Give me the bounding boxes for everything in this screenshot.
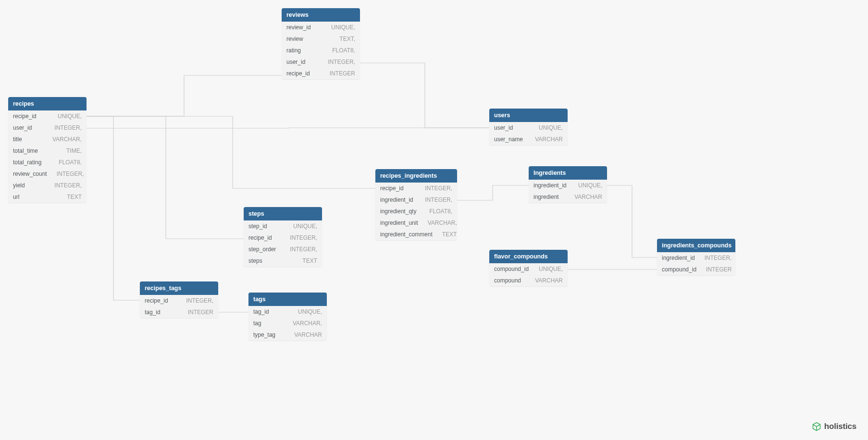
table-row[interactable]: tagVARCHAR,	[248, 318, 327, 329]
table-header[interactable]: recipes_ingredients	[375, 169, 457, 183]
field-type: UNIQUE,	[539, 266, 563, 272]
table-row[interactable]: titleVARCHAR,	[8, 134, 87, 145]
table-row[interactable]: ingredient_unitVARCHAR,	[375, 217, 457, 229]
table-row[interactable]: ingredient_idINTEGER,	[375, 194, 457, 206]
table-row[interactable]: step_orderINTEGER,	[244, 244, 322, 255]
table-steps[interactable]: steps step_idUNIQUE, recipe_idINTEGER, s…	[244, 207, 322, 267]
field-name: title	[13, 136, 22, 143]
field-name: review_id	[286, 24, 311, 31]
field-name: compound_id	[662, 266, 696, 273]
field-name: tag	[253, 320, 261, 327]
table-flavor-compounds[interactable]: flavor_compounds compound_idUNIQUE, comp…	[489, 250, 568, 286]
table-row[interactable]: user_idINTEGER,	[8, 122, 87, 134]
table-row[interactable]: review_idUNIQUE,	[282, 22, 360, 33]
field-type: INTEGER	[330, 70, 355, 77]
table-row[interactable]: recipe_idINTEGER,	[244, 232, 322, 244]
table-row[interactable]: yieldINTEGER,	[8, 180, 87, 191]
field-type: VARCHAR	[535, 277, 563, 284]
field-name: total_rating	[13, 159, 41, 166]
table-row[interactable]: stepsTEXT	[244, 255, 322, 267]
table-row[interactable]: compound_idINTEGER	[657, 264, 735, 275]
table-row[interactable]: recipe_idINTEGER,	[375, 183, 457, 194]
table-row[interactable]: total_timeTIME,	[8, 145, 87, 157]
table-row[interactable]: total_ratingFLOAT8,	[8, 157, 87, 168]
table-header[interactable]: reviews	[282, 8, 360, 22]
table-row[interactable]: user_nameVARCHAR	[489, 134, 568, 145]
field-type: INTEGER	[188, 309, 213, 316]
field-name: total_time	[13, 147, 38, 154]
field-name: recipe_id	[380, 185, 404, 192]
table-row[interactable]: tag_idINTEGER	[140, 306, 218, 318]
table-row[interactable]: ingredient_idUNIQUE,	[529, 180, 607, 191]
field-name: compound_id	[494, 266, 529, 272]
table-header[interactable]: tags	[248, 293, 327, 306]
field-type: INTEGER,	[328, 59, 355, 65]
table-users[interactable]: users user_idUNIQUE, user_nameVARCHAR	[489, 109, 568, 145]
table-row[interactable]: reviewTEXT,	[282, 33, 360, 45]
field-name: yield	[13, 182, 25, 189]
table-row[interactable]: ratingFLOAT8,	[282, 45, 360, 56]
table-header[interactable]: recipes_tags	[140, 281, 218, 295]
field-name: rating	[286, 47, 301, 54]
field-type: VARCHAR	[294, 331, 322, 338]
table-row[interactable]: recipe_idINTEGER,	[140, 295, 218, 306]
field-name: user_id	[286, 59, 305, 65]
field-type: INTEGER,	[54, 182, 82, 189]
table-row[interactable]: ingredient_idINTEGER,	[657, 252, 735, 264]
field-name: type_tag	[253, 331, 275, 338]
field-name: tag_id	[145, 309, 161, 316]
table-header[interactable]: steps	[244, 207, 322, 220]
field-name: review_count	[13, 171, 47, 177]
field-name: tag_id	[253, 308, 269, 315]
field-name: ingredient_id	[662, 255, 695, 261]
field-type: INTEGER,	[425, 196, 452, 203]
table-row[interactable]: type_tagVARCHAR	[248, 329, 327, 341]
table-ingredients-compounds[interactable]: ingredients_compounds ingredient_idINTEG…	[657, 239, 735, 275]
table-row[interactable]: user_idINTEGER,	[282, 56, 360, 68]
table-recipes-tags[interactable]: recipes_tags recipe_idINTEGER, tag_idINT…	[140, 281, 218, 318]
table-row[interactable]: compound_idUNIQUE,	[489, 263, 568, 275]
cube-icon	[812, 422, 821, 431]
field-type: UNIQUE,	[298, 308, 322, 315]
table-header[interactable]: users	[489, 109, 568, 122]
table-row[interactable]: tag_idUNIQUE,	[248, 306, 327, 318]
field-type: INTEGER,	[290, 246, 317, 253]
field-type: INTEGER	[706, 266, 732, 273]
table-recipes[interactable]: recipes recipe_idUNIQUE, user_idINTEGER,…	[8, 97, 87, 203]
field-type: INTEGER,	[54, 124, 82, 131]
field-type: VARCHAR	[535, 136, 563, 143]
table-row[interactable]: compoundVARCHAR	[489, 275, 568, 286]
table-row[interactable]: step_idUNIQUE,	[244, 220, 322, 232]
field-name: recipe_id	[248, 234, 272, 241]
field-type: INTEGER,	[705, 255, 732, 261]
table-header[interactable]: recipes	[8, 97, 87, 110]
table-row[interactable]: recipe_idUNIQUE,	[8, 110, 87, 122]
table-row[interactable]: user_idUNIQUE,	[489, 122, 568, 134]
table-row[interactable]: recipe_idINTEGER	[282, 68, 360, 79]
field-name: user_id	[13, 124, 32, 131]
table-row[interactable]: ingredient_commentTEXT	[375, 229, 457, 240]
table-header[interactable]: ingredients_compounds	[657, 239, 735, 252]
field-name: recipe_id	[13, 113, 37, 120]
table-ingredients[interactable]: Ingredients ingredient_idUNIQUE, ingredi…	[529, 166, 607, 203]
table-row[interactable]: ingredientVARCHAR	[529, 191, 607, 203]
field-name: step_id	[248, 223, 267, 230]
field-name: recipe_id	[145, 297, 168, 304]
table-row[interactable]: urlTEXT	[8, 191, 87, 203]
field-type: UNIQUE,	[293, 223, 317, 230]
table-tags[interactable]: tags tag_idUNIQUE, tagVARCHAR, type_tagV…	[248, 293, 327, 341]
table-header[interactable]: Ingredients	[529, 166, 607, 180]
table-recipes-ingredients[interactable]: recipes_ingredients recipe_idINTEGER, in…	[375, 169, 457, 240]
field-name: ingredient	[533, 194, 559, 200]
table-header[interactable]: flavor_compounds	[489, 250, 568, 263]
table-reviews[interactable]: reviews review_idUNIQUE, reviewTEXT, rat…	[282, 8, 360, 79]
field-name: ingredient_id	[380, 196, 413, 203]
table-row[interactable]: review_countINTEGER,	[8, 168, 87, 180]
field-name: ingredient_unit	[380, 220, 418, 226]
field-name: step_order	[248, 246, 276, 253]
field-type: UNIQUE,	[331, 24, 355, 31]
table-row[interactable]: ingredient_qtyFLOAT8,	[375, 206, 457, 217]
field-name: ingredient_qty	[380, 208, 416, 215]
field-name: user_id	[494, 124, 513, 131]
field-type: TIME,	[66, 147, 82, 154]
